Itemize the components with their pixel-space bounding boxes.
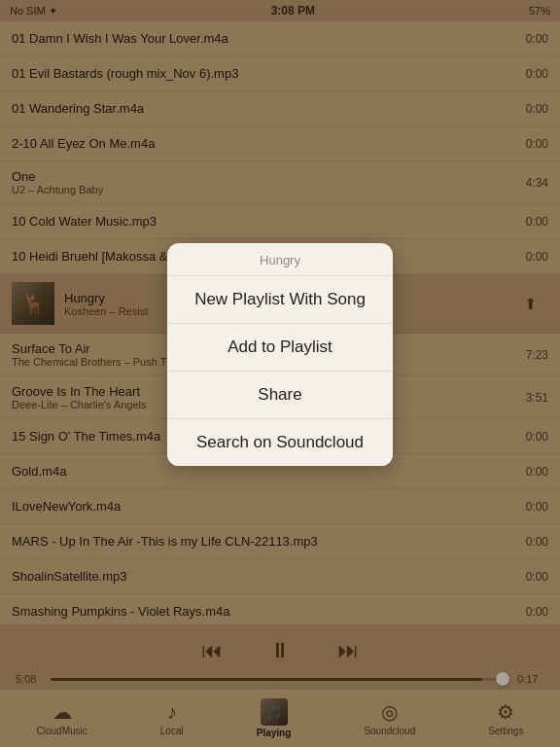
search-soundcloud-button[interactable]: Search on Soundcloud: [167, 419, 393, 466]
new-playlist-button[interactable]: New Playlist With Song: [167, 276, 393, 324]
popup-title: Hungry: [167, 243, 393, 276]
add-to-playlist-button[interactable]: Add to Playlist: [167, 324, 393, 372]
context-menu: Hungry New Playlist With Song Add to Pla…: [167, 243, 393, 466]
share-button[interactable]: Share: [167, 372, 393, 419]
